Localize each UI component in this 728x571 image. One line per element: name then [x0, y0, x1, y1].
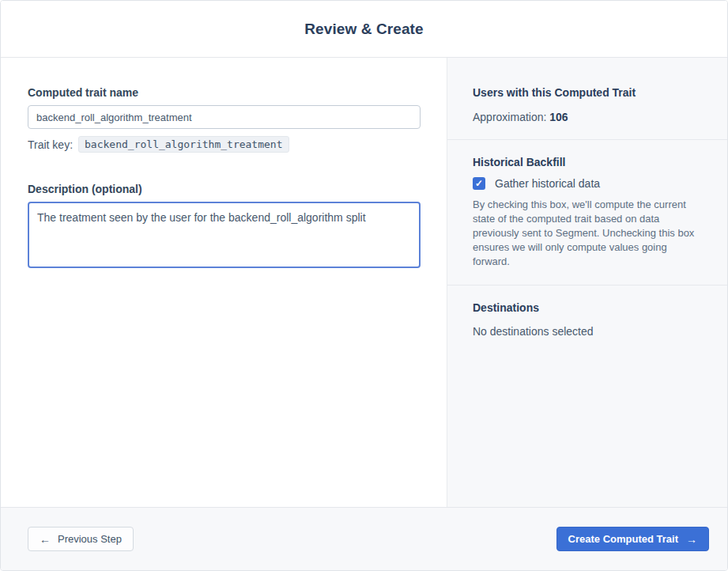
checkmark-icon: ✓: [475, 178, 483, 189]
approximation-label: Approximation:: [473, 111, 546, 123]
section-divider: [447, 285, 727, 286]
arrow-left-icon: ←: [40, 534, 51, 545]
computed-trait-name-label: Computed trait name: [28, 86, 420, 99]
modal-body: Computed trait name Trait key: backend_r…: [1, 58, 727, 507]
description-label: Description (optional): [28, 183, 420, 195]
gather-historical-data-row: ✓ Gather historical data: [473, 177, 702, 190]
trait-key-value-badge: backend_roll_algorithm_treatment: [78, 136, 289, 153]
gather-historical-data-checkbox[interactable]: ✓: [473, 177, 485, 190]
summary-panel: Users with this Computed Trait Approxima…: [447, 58, 727, 507]
arrow-right-icon: →: [686, 534, 697, 545]
create-computed-trait-button[interactable]: Create Computed Trait →: [556, 527, 709, 551]
trait-key-row: Trait key: backend_roll_algorithm_treatm…: [28, 136, 420, 153]
users-with-trait-heading: Users with this Computed Trait: [473, 86, 702, 99]
description-block: Description (optional) The treatment see…: [28, 183, 420, 268]
modal-footer: ← Previous Step Create Computed Trait →: [1, 507, 727, 570]
approximation-value: 106: [549, 111, 568, 123]
description-textarea[interactable]: The treatment seen by the user for the b…: [28, 202, 421, 268]
previous-step-button[interactable]: ← Previous Step: [28, 527, 134, 551]
destinations-heading: Destinations: [473, 301, 702, 314]
computed-trait-name-input[interactable]: [28, 105, 421, 129]
page-title: Review & Create: [304, 21, 423, 38]
backfill-description: By checking this box, we'll compute the …: [473, 198, 702, 269]
section-divider: [447, 139, 727, 140]
approximation-row: Approximation: 106: [473, 111, 702, 123]
previous-step-label: Previous Step: [58, 533, 122, 545]
trait-form-panel: Computed trait name Trait key: backend_r…: [1, 58, 447, 507]
gather-historical-data-label: Gather historical data: [495, 177, 600, 190]
review-create-modal: Review & Create Computed trait name Trai…: [0, 0, 728, 571]
historical-backfill-heading: Historical Backfill: [473, 156, 702, 168]
modal-header: Review & Create: [1, 1, 727, 58]
trait-key-label: Trait key:: [28, 138, 73, 151]
destinations-empty-text: No destinations selected: [473, 325, 702, 338]
create-computed-trait-label: Create Computed Trait: [568, 533, 678, 545]
